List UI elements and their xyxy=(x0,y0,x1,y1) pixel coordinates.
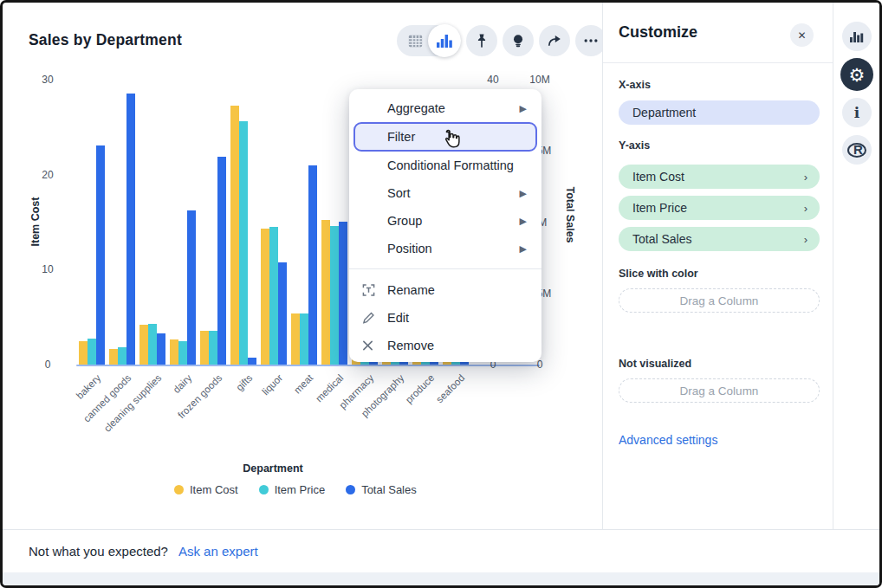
advanced-settings-link[interactable]: Advanced settings xyxy=(619,433,717,447)
menu-item-edit[interactable]: Edit xyxy=(349,304,542,332)
bar-total-sales-canned-goods[interactable] xyxy=(126,94,135,365)
legend-item[interactable]: Item Price xyxy=(259,483,326,496)
menu-item-label: Sort xyxy=(387,186,411,200)
bar-item-cost-medical[interactable] xyxy=(321,220,330,365)
table-icon xyxy=(407,33,424,49)
field-pill-total-sales[interactable]: Total Sales› xyxy=(619,227,820,251)
pin-button[interactable] xyxy=(466,25,497,56)
menu-item-rename[interactable]: Rename xyxy=(349,276,542,304)
menu-item-remove[interactable]: Remove xyxy=(349,332,542,359)
menu-item-label: Group xyxy=(387,214,422,228)
menu-item-aggregate[interactable]: Aggregate▶ xyxy=(349,94,542,122)
bar-item-cost-meat[interactable] xyxy=(291,313,300,365)
bar-item-cost-canned-goods[interactable] xyxy=(109,349,118,365)
menu-item-position[interactable]: Position▶ xyxy=(349,235,542,262)
x-tick-label: produce xyxy=(403,372,436,405)
lightbulb-icon xyxy=(509,32,527,49)
info-button[interactable]: i xyxy=(842,98,872,127)
app-window: Sales by Department xyxy=(0,0,882,588)
bar-group-dairy xyxy=(167,210,198,365)
menu-item-group[interactable]: Group▶ xyxy=(349,207,542,235)
table-view-button[interactable] xyxy=(404,33,426,49)
slice-section-label: Slice with color xyxy=(619,268,698,280)
bar-group-gifts xyxy=(228,106,258,365)
bar-total-sales-frozen-goods[interactable] xyxy=(217,157,226,365)
settings-button[interactable]: ⚙ xyxy=(840,58,873,91)
legend-dot xyxy=(259,485,269,494)
bar-item-price-canned-goods[interactable] xyxy=(118,347,126,365)
close-button[interactable]: ✕ xyxy=(790,23,814,47)
left-axis-title: Item Cost xyxy=(29,197,42,247)
field-pill-item-cost[interactable]: Item Cost› xyxy=(619,165,820,189)
pin-icon xyxy=(473,32,490,49)
bar-group-canned-goods xyxy=(107,94,137,365)
x-axis-section-label: X-axis xyxy=(619,79,651,91)
bar-item-cost-frozen-goods[interactable] xyxy=(200,331,209,365)
bar-total-sales-gifts[interactable] xyxy=(248,358,256,365)
submenu-arrow-icon: ▶ xyxy=(520,103,527,114)
menu-divider xyxy=(349,268,542,269)
bar-total-sales-liquor[interactable] xyxy=(278,262,287,365)
y-tick: 0 xyxy=(45,359,51,371)
r-analytics-button[interactable]: R xyxy=(842,135,872,165)
bar-item-price-medical[interactable] xyxy=(330,226,339,365)
y-tick: 10M xyxy=(529,74,549,86)
menu-item-label: Remove xyxy=(387,339,434,352)
ask-expert-link[interactable]: Ask an expert xyxy=(178,544,258,559)
legend-label: Item Cost xyxy=(190,483,238,496)
field-pill-department[interactable]: Department xyxy=(619,100,820,125)
x-tick-label: liquor xyxy=(260,372,284,397)
bar-item-cost-bakery[interactable] xyxy=(79,341,88,365)
chart-type-button[interactable] xyxy=(842,22,872,51)
field-pill-label: Item Price xyxy=(632,201,687,215)
bar-item-price-meat[interactable] xyxy=(300,313,308,365)
menu-item-label: Aggregate xyxy=(387,101,445,115)
bar-item-price-cleaning-supplies[interactable] xyxy=(148,324,157,365)
bar-item-price-bakery[interactable] xyxy=(88,339,96,365)
bar-item-cost-cleaning-supplies[interactable] xyxy=(139,325,148,365)
bar-item-cost-liquor[interactable] xyxy=(261,229,269,365)
bar-total-sales-dairy[interactable] xyxy=(187,210,196,365)
bar-item-price-gifts[interactable] xyxy=(239,121,248,365)
x-tick-label: bakery xyxy=(74,372,102,401)
edit-icon xyxy=(362,312,375,325)
legend-item[interactable]: Item Cost xyxy=(174,483,238,496)
info-icon: i xyxy=(854,104,859,121)
submenu-arrow-icon: ▶ xyxy=(520,188,527,199)
bar-total-sales-meat[interactable] xyxy=(308,165,317,365)
chart-toolbar xyxy=(397,25,606,56)
menu-footer: RenameEditRemove xyxy=(349,276,542,359)
legend-item[interactable]: Total Sales xyxy=(346,483,417,496)
not-visualized-section-label: Not visualized xyxy=(619,358,691,370)
share-button[interactable] xyxy=(539,25,570,56)
insight-button[interactable] xyxy=(503,25,534,56)
legend-label: Total Sales xyxy=(361,483,417,496)
field-pill-label: Item Cost xyxy=(632,170,684,184)
bar-total-sales-cleaning-supplies[interactable] xyxy=(157,333,165,365)
bar-item-cost-gifts[interactable] xyxy=(230,106,239,365)
chart-view-button[interactable] xyxy=(428,24,461,57)
panel-divider xyxy=(603,62,833,63)
bar-item-price-liquor[interactable] xyxy=(269,227,278,365)
menu-item-label: Filter xyxy=(387,130,415,144)
bar-group-meat xyxy=(289,165,319,365)
r-logo-icon: R xyxy=(846,140,867,159)
legend-label: Item Price xyxy=(275,483,326,496)
chart-legend: Item CostItem PriceTotal Sales xyxy=(174,483,417,496)
bar-item-price-dairy[interactable] xyxy=(178,341,187,365)
slice-drop-zone[interactable]: Drag a Column xyxy=(619,288,820,313)
bar-total-sales-medical[interactable] xyxy=(339,222,347,365)
field-pill-label: Department xyxy=(632,106,696,120)
x-axis-line xyxy=(76,365,540,366)
not-visualized-drop-zone[interactable]: Drag a Column xyxy=(619,378,820,403)
bar-item-cost-dairy[interactable] xyxy=(170,339,178,365)
bar-chart-icon xyxy=(436,33,453,48)
gear-icon: ⚙ xyxy=(849,66,866,84)
field-pill-item-price[interactable]: Item Price› xyxy=(619,196,820,220)
bar-total-sales-bakery[interactable] xyxy=(96,145,105,365)
menu-item-sort[interactable]: Sort▶ xyxy=(349,179,542,207)
y-tick: 10 xyxy=(42,263,53,275)
footer-question: Not what you expected? xyxy=(29,544,168,559)
menu-item-conditional-formatting[interactable]: Conditional Formatting xyxy=(349,152,542,179)
bar-item-price-frozen-goods[interactable] xyxy=(209,331,217,365)
